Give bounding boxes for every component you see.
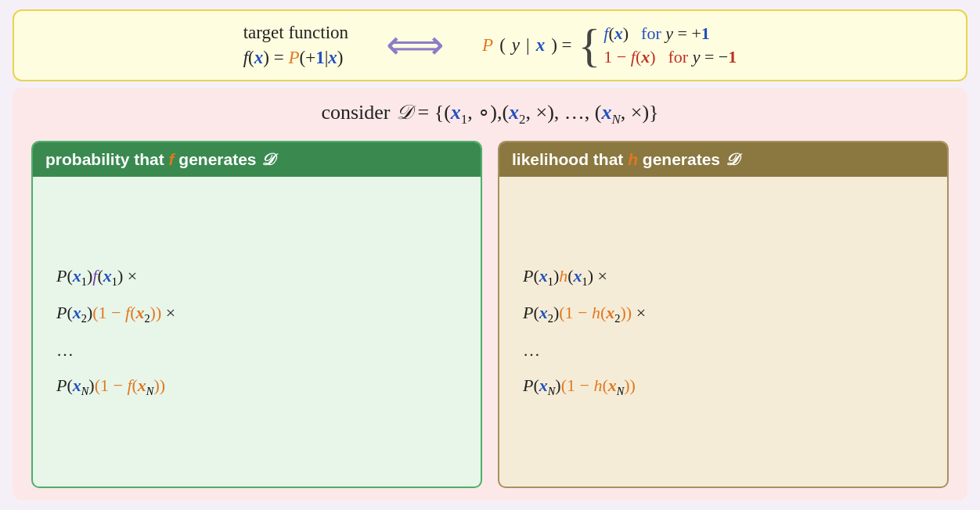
case1-val: f(x) bbox=[603, 23, 629, 44]
close-paren: ) = bbox=[551, 35, 571, 56]
cases: f(x) for y = +1 1 − f(x) for y = −1 bbox=[603, 23, 737, 67]
left-row-2: P(x2)(1 − f(x2)) × bbox=[56, 300, 457, 328]
prob-notation: P bbox=[482, 35, 493, 56]
right-row-3: … bbox=[523, 337, 924, 363]
case-row-2: 1 − f(x) for y = −1 bbox=[603, 47, 737, 67]
left-row-3: … bbox=[56, 337, 457, 363]
right-row-4: P(xN)(1 − h(xN)) bbox=[523, 372, 924, 400]
panel-left: probability that f generates 𝒟 P(x1)f(x1… bbox=[31, 141, 482, 488]
two-panels: probability that f generates 𝒟 P(x1)f(x1… bbox=[31, 141, 949, 488]
main-content: consider 𝒟 = {(x1, ∘),(x2, ×), …, (xN, ×… bbox=[13, 88, 967, 501]
left-row-4: P(xN)(1 − f(xN)) bbox=[56, 372, 457, 400]
target-function-title: target function bbox=[243, 20, 348, 45]
target-function-label: target function f(x) = P(+1|x) bbox=[243, 20, 348, 70]
iff-arrow: ⟺ bbox=[386, 25, 445, 66]
panel-right-body: P(x1)h(x1) × P(x2)(1 − h(x2)) × … P(xN)(… bbox=[499, 177, 947, 487]
y-var: y bbox=[512, 35, 520, 56]
bar: | bbox=[526, 35, 530, 56]
case2-cond: for y = −1 bbox=[668, 47, 737, 67]
top-banner: target function f(x) = P(+1|x) ⟺ P ( y |… bbox=[13, 9, 967, 81]
case1-cond: for y = +1 bbox=[641, 23, 710, 44]
consider-line: consider 𝒟 = {(x1, ∘),(x2, ×), …, (xN, ×… bbox=[321, 100, 658, 128]
left-brace: { bbox=[578, 22, 601, 69]
panel-right-header: likelihood that h generates 𝒟 bbox=[499, 142, 947, 177]
right-row-1: P(x1)h(x1) × bbox=[523, 263, 924, 291]
right-row-2: P(x2)(1 − h(x2)) × bbox=[523, 300, 924, 328]
brace-system: { f(x) for y = +1 1 − f(x) for y = −1 bbox=[578, 22, 737, 69]
left-row-1: P(x1)f(x1) × bbox=[56, 263, 457, 291]
panel-left-body: P(x1)f(x1) × P(x2)(1 − f(x2)) × … P(xN)(… bbox=[33, 177, 481, 487]
case2-val: 1 − f(x) bbox=[603, 47, 655, 67]
rhs-formula: P ( y | x ) = { f(x) for y = +1 1 − f(x) bbox=[482, 22, 737, 69]
prob-args: ( bbox=[499, 35, 506, 56]
panel-right: likelihood that h generates 𝒟 P(x1)h(x1)… bbox=[498, 141, 949, 488]
target-function-eq: f(x) = P(+1|x) bbox=[243, 45, 348, 70]
case-row-1: f(x) for y = +1 bbox=[603, 23, 737, 44]
x-var: x bbox=[536, 35, 546, 56]
panel-left-header: probability that f generates 𝒟 bbox=[33, 142, 481, 177]
